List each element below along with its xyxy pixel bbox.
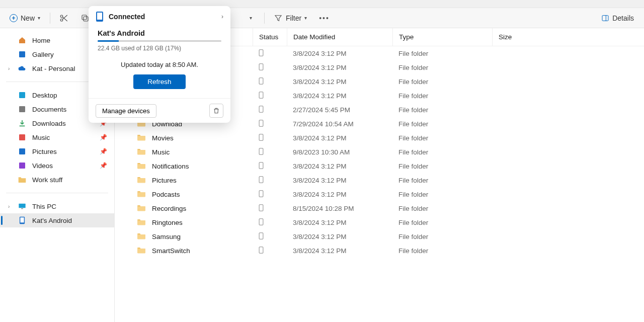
phone-status-icon (259, 233, 264, 241)
sidebar-item-label: Desktop (32, 92, 57, 99)
date-modified: 3/8/2024 3:12 PM (287, 50, 392, 57)
table-row[interactable]: Podcasts3/8/2024 3:12 PMFile folder (115, 187, 644, 201)
separator (50, 13, 50, 24)
date-modified: 3/8/2024 3:12 PM (287, 134, 392, 142)
chevron-right-icon[interactable]: › (221, 13, 223, 20)
date-modified: 7/29/2024 10:54 AM (287, 120, 392, 128)
svg-point-1 (60, 19, 63, 21)
sidebar-item-label: Home (32, 37, 50, 44)
svg-rect-12 (19, 204, 25, 208)
col-size[interactable]: Size (492, 28, 644, 46)
file-name: Music (152, 148, 170, 156)
sidebar-item-label: Kat's Android (32, 217, 72, 224)
sidebar-item-label: Pictures (32, 148, 57, 155)
sidebar-item-kat-s-android[interactable]: Kat's Android (0, 213, 114, 227)
svg-rect-30 (259, 247, 263, 253)
file-type: File folder (392, 106, 492, 114)
downloads-icon (18, 119, 26, 127)
sidebar-item-this-pc[interactable]: ›This PC (0, 199, 114, 213)
table-row[interactable]: Pictures3/8/2024 3:12 PMFile folder (115, 173, 644, 187)
device-popup: Connected › Kat's Android 22.4 GB used o… (89, 6, 230, 123)
phone-status-icon (259, 107, 264, 114)
file-name: Recordings (152, 205, 186, 212)
gallery-icon (18, 50, 26, 58)
date-modified: 2/27/2024 5:45 PM (287, 106, 392, 114)
svg-rect-17 (259, 63, 263, 69)
table-row[interactable]: Recordings8/15/2024 10:28 PMFile folder (115, 201, 644, 215)
pin-icon: 📌 (100, 134, 107, 141)
phone-status-icon (259, 205, 264, 213)
storage-bar (98, 40, 221, 42)
sidebar-item-label: Kat - Personal (32, 65, 75, 72)
folder-icon (137, 162, 146, 171)
date-modified: 8/15/2024 10:28 PM (287, 205, 392, 212)
phone-status-icon (259, 163, 264, 171)
scissors-icon (59, 14, 68, 23)
file-type: File folder (392, 247, 492, 255)
phone-status-icon (259, 64, 264, 72)
more-button[interactable]: ••• (314, 10, 335, 26)
new-button[interactable]: + New ▾ (4, 10, 46, 26)
sidebar-item-label: Documents (32, 106, 66, 113)
home-icon (18, 36, 26, 44)
folder-icon (137, 190, 146, 199)
phone-status-icon (259, 177, 264, 185)
popup-status: Connected (109, 13, 216, 21)
documents-icon (18, 105, 26, 113)
sidebar-item-pictures[interactable]: Pictures📌 (0, 144, 114, 158)
phone-icon (18, 216, 26, 224)
manage-devices-button[interactable]: Manage devices (96, 104, 156, 118)
table-row[interactable]: Music9/8/2023 10:30 AMFile folder (115, 145, 644, 159)
svg-rect-11 (19, 163, 25, 169)
table-row[interactable]: Movies3/8/2024 3:12 PMFile folder (115, 131, 644, 145)
phone-status-icon (259, 50, 264, 58)
table-row[interactable]: Notifications3/8/2024 3:12 PMFile folder (115, 159, 644, 173)
plus-icon: + (10, 14, 18, 22)
svg-rect-22 (259, 134, 263, 140)
sidebar-item-label: Work stuff (32, 176, 62, 184)
sidebar-item-label: Videos (32, 162, 53, 170)
file-name: Ringtones (152, 219, 183, 226)
trash-icon (213, 107, 220, 114)
svg-rect-16 (259, 49, 263, 55)
phone-status-icon (259, 191, 264, 199)
sidebar-item-label: Music (32, 134, 50, 141)
date-modified: 3/8/2024 3:12 PM (287, 191, 392, 198)
svg-rect-8 (19, 106, 25, 112)
sidebar-item-videos[interactable]: Videos📌 (0, 158, 114, 173)
ellipsis-icon: ••• (319, 14, 330, 22)
svg-rect-25 (259, 176, 263, 182)
col-status[interactable]: Status (253, 28, 287, 46)
date-modified: 3/8/2024 3:12 PM (287, 163, 392, 170)
folder-icon (137, 247, 146, 255)
cut-button[interactable] (54, 10, 73, 26)
table-row[interactable]: SmartSwitch3/8/2024 3:12 PMFile folder (115, 244, 644, 258)
storage-text: 22.4 GB used of 128 GB (17%) (98, 45, 221, 52)
svg-rect-20 (259, 106, 263, 112)
svg-rect-21 (259, 120, 263, 126)
desktop-icon (18, 91, 26, 99)
col-type[interactable]: Type (392, 28, 492, 46)
table-row[interactable]: Samsung3/8/2024 3:12 PMFile folder (115, 229, 644, 244)
sidebar-item-work-stuff[interactable]: Work stuff (0, 173, 114, 187)
file-type: File folder (392, 219, 492, 226)
refresh-button[interactable]: Refresh (133, 74, 185, 89)
date-modified: 3/8/2024 3:12 PM (287, 78, 392, 86)
filter-button[interactable]: Filter ▾ (269, 10, 312, 26)
file-type: File folder (392, 205, 492, 212)
remove-device-button[interactable] (209, 104, 223, 118)
table-row[interactable]: Ringtones3/8/2024 3:12 PMFile folder (115, 215, 644, 229)
svg-rect-27 (259, 204, 263, 210)
folder-icon (137, 148, 146, 156)
chevron-down-icon[interactable]: ▾ (250, 15, 252, 21)
chevron-down-icon: ▾ (304, 15, 307, 21)
separator (264, 13, 265, 24)
sidebar-item-music[interactable]: Music📌 (0, 130, 114, 144)
date-modified: 3/8/2024 3:12 PM (287, 233, 392, 240)
details-label: Details (612, 14, 634, 22)
folder-icon (137, 218, 146, 227)
col-date-modified[interactable]: Date Modified (287, 28, 392, 46)
new-label: New (21, 14, 35, 22)
file-type: File folder (392, 163, 492, 170)
details-button[interactable]: Details (595, 10, 640, 26)
